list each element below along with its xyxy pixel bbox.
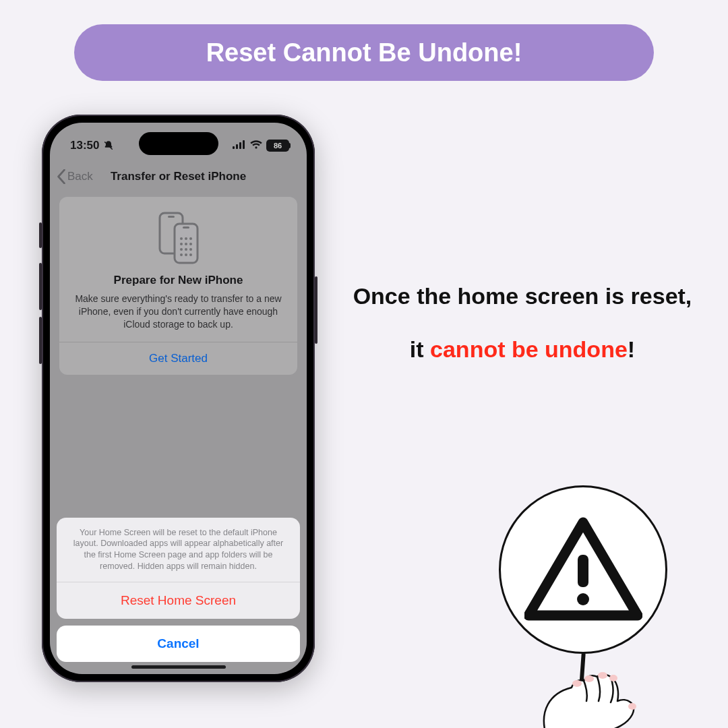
svg-point-8 [180,237,183,240]
caption-line-1: Once the home screen is reset, [337,283,708,309]
hand-with-warning-sign [479,485,688,728]
reset-home-screen-button[interactable]: Reset Home Screen [57,582,300,619]
get-started-button[interactable]: Get Started [59,342,297,375]
svg-point-16 [189,248,192,251]
svg-point-12 [185,243,187,245]
phone-mute-switch [39,222,42,248]
phone-volume-down [39,317,42,364]
warning-triangle-icon [524,516,642,624]
svg-point-24 [598,672,607,679]
svg-rect-0 [233,146,235,149]
caption-line-2-suffix: ! [628,336,635,362]
prepare-title: Prepare for New iPhone [71,274,285,287]
svg-point-21 [577,593,589,605]
svg-point-25 [609,675,617,681]
svg-point-26 [628,703,636,710]
svg-point-15 [185,248,187,251]
action-sheet-message: Your Home Screen will be reset to the de… [57,518,300,582]
svg-point-14 [180,248,183,251]
caption-line-2-emph: cannot be undone [430,336,628,362]
cancel-button[interactable]: Cancel [57,626,300,662]
svg-point-18 [185,253,187,256]
battery-indicator: 86 [266,140,289,152]
svg-rect-3 [243,140,245,149]
back-button[interactable]: Back [57,162,93,191]
screen-content: Prepare for New iPhone Make sure everyth… [59,197,297,375]
hand-icon [519,654,654,728]
silent-mode-icon [103,140,114,151]
chevron-left-icon [57,169,66,184]
back-label: Back [67,170,93,183]
wifi-icon [250,139,262,152]
svg-rect-20 [578,555,588,587]
svg-point-13 [189,243,192,245]
svg-point-17 [180,253,183,256]
svg-point-11 [180,243,183,245]
home-indicator [131,665,226,669]
phone-frame: 13:50 86 [42,115,315,682]
prepare-card: Prepare for New iPhone Make sure everyth… [59,197,297,375]
action-sheet: Your Home Screen will be reset to the de… [57,518,300,619]
warning-sign [499,485,667,654]
phone-screen: 13:50 86 [50,123,307,674]
banner-title: Reset Cannot Be Undone! [206,38,522,67]
nav-title: Transfer or Reset iPhone [111,170,246,183]
phone-volume-up [39,263,42,310]
cellular-signal-icon [233,139,246,152]
svg-point-9 [185,237,187,240]
svg-rect-5 [168,216,175,218]
dynamic-island [139,132,218,155]
two-phones-icon [71,212,285,264]
banner: Reset Cannot Be Undone! [74,24,654,81]
svg-rect-2 [239,142,241,149]
svg-rect-1 [236,144,238,149]
svg-point-23 [584,675,594,682]
svg-point-19 [189,253,192,256]
prepare-desc: Make sure everything's ready to transfer… [71,293,285,331]
battery-value: 86 [274,142,282,150]
svg-rect-7 [183,226,189,229]
svg-point-10 [189,237,192,240]
status-time: 13:50 [70,139,99,152]
caption-line-2: it cannot be undone! [337,336,708,363]
caption-line-2-prefix: it [410,336,430,362]
svg-point-22 [572,680,582,687]
caption: Once the home screen is reset, it cannot… [337,283,708,363]
nav-bar: Back Transfer or Reset iPhone [50,162,307,191]
